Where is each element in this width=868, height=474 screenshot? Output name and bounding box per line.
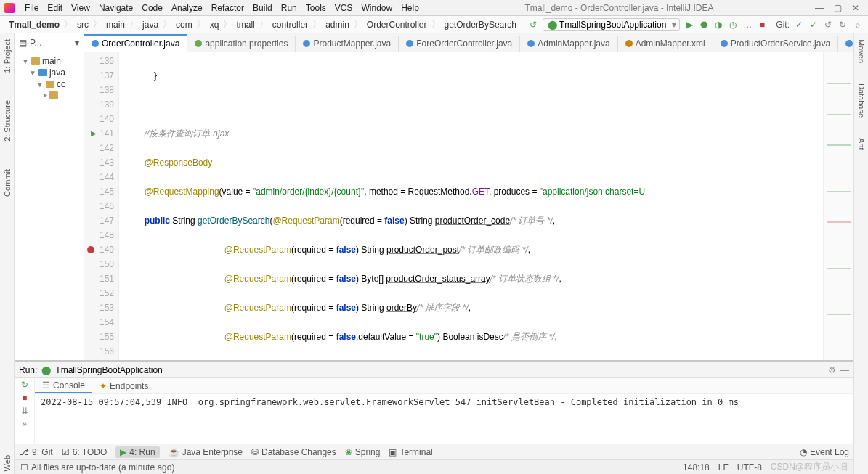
menu-edit[interactable]: Edit: [43, 1, 67, 15]
bottom-git[interactable]: ⎇9: Git: [19, 447, 53, 457]
tab-productmapper[interactable]: ProductMapper.java: [296, 36, 399, 52]
tab-ordercontroller[interactable]: OrderController.java: [84, 34, 187, 52]
tool-project[interactable]: 1: Project: [3, 36, 12, 75]
git-commit-icon[interactable]: ✓: [808, 20, 819, 30]
rerun-icon[interactable]: ↻: [21, 380, 28, 390]
bottom-run[interactable]: ▶4: Run: [115, 446, 159, 458]
project-tree[interactable]: ▼main ▼java ▼co ▸: [15, 52, 84, 102]
menu-file[interactable]: File: [20, 1, 43, 15]
maximize-icon[interactable]: ▢: [834, 3, 842, 13]
tree-node-sub[interactable]: ▸: [16, 90, 82, 99]
project-header[interactable]: ▤ P... ▾: [15, 33, 84, 52]
search-icon[interactable]: ⌕: [852, 20, 862, 30]
status-bar: ☐ All files are up-to-date (a minute ago…: [15, 459, 853, 474]
menu-window[interactable]: Window: [357, 1, 397, 15]
profile-icon[interactable]: ◷: [728, 20, 738, 30]
crumb-1[interactable]: src: [74, 20, 92, 30]
menu-run[interactable]: Run: [277, 1, 301, 15]
tab-adminmapper-xml[interactable]: AdminMapper.xml: [618, 36, 713, 52]
menu-build[interactable]: Build: [248, 1, 277, 15]
tool-web[interactable]: Web: [3, 452, 12, 474]
project-view-icon: ▤: [19, 38, 27, 48]
bottom-spring[interactable]: ❀Spring: [345, 447, 381, 457]
git-label: Git:: [776, 20, 790, 30]
tree-node-java[interactable]: ▼java: [16, 67, 82, 78]
menu-analyze[interactable]: Analyze: [167, 1, 207, 15]
crumb-9[interactable]: OrderController: [364, 20, 430, 30]
chevron-down-icon[interactable]: ▾: [75, 38, 79, 48]
debug-icon[interactable]: ⬣: [699, 20, 709, 30]
run-config-selector[interactable]: ⬤ TmallSpringBootApplication: [543, 18, 681, 31]
tool-commit[interactable]: Commit: [3, 166, 12, 200]
run-gutter-icon[interactable]: ▶: [91, 126, 97, 141]
code-content[interactable]: } //按条件查询订单-ajax @ResponseBody @RequestM…: [119, 52, 823, 360]
status-message: All files are up-to-date (a minute ago): [31, 462, 174, 473]
window-title: Tmall_demo - OrderController.java - Inte…: [423, 3, 815, 13]
run-icon[interactable]: ▶: [684, 20, 694, 30]
tab-adminmapper-java[interactable]: AdminMapper.java: [520, 36, 617, 52]
minimize-panel-icon[interactable]: —: [840, 365, 849, 375]
code-minimap[interactable]: [823, 52, 853, 360]
menu-tools[interactable]: Tools: [301, 1, 330, 15]
menu-bar: File Edit View Navigate Code Analyze Ref…: [0, 0, 868, 16]
run-panel-config[interactable]: TmallSpringBootApplication: [55, 365, 162, 375]
tree-node-main[interactable]: ▼main: [16, 55, 82, 67]
tool-database[interactable]: Database: [857, 81, 866, 120]
tab-overflow[interactable]: ProductOr: [838, 36, 853, 52]
coverage-icon[interactable]: ◑: [713, 20, 723, 30]
git-history-icon[interactable]: ↺: [823, 20, 833, 30]
code-editor[interactable]: 136 137 138 139 140 ▶141 142 143 144 145…: [84, 52, 853, 360]
git-update-icon[interactable]: ✓: [794, 20, 804, 30]
app-logo-icon: [4, 3, 15, 13]
crumb-0[interactable]: Tmall_demo: [6, 20, 62, 30]
run-tab-console[interactable]: ☰Console: [35, 379, 92, 393]
menu-view[interactable]: View: [67, 1, 94, 15]
breakpoint-icon[interactable]: [87, 246, 94, 253]
menu-vcs[interactable]: VCS: [330, 1, 357, 15]
window-controls: — ▢ ✕: [815, 3, 864, 13]
tab-foreordercontroller[interactable]: ForeOrderController.java: [399, 36, 520, 52]
tab-application-properties[interactable]: application.properties: [187, 36, 296, 52]
status-line-sep[interactable]: LF: [718, 462, 729, 473]
crumb-2[interactable]: main: [103, 20, 128, 30]
more-icon[interactable]: »: [22, 419, 27, 429]
tool-structure[interactable]: 2: Structure: [3, 97, 12, 144]
bottom-database-changes[interactable]: ⛁Database Changes: [251, 447, 336, 457]
build-icon[interactable]: ↺: [528, 20, 538, 30]
bottom-todo[interactable]: ☑6: TODO: [62, 447, 108, 457]
run-panel-label: Run:: [19, 365, 37, 375]
status-caret-pos[interactable]: 148:18: [683, 462, 710, 473]
tab-productorderservice[interactable]: ProductOrderService.java: [713, 36, 838, 52]
tool-maven[interactable]: Maven: [857, 36, 866, 66]
attach-icon[interactable]: …: [742, 20, 753, 30]
crumb-5[interactable]: xq: [207, 20, 222, 30]
bottom-event-log[interactable]: ◔Event Log: [800, 447, 849, 457]
minimize-icon[interactable]: —: [815, 3, 824, 13]
status-sync-icon: ☐: [20, 462, 28, 473]
left-tool-strip: 1: Project 2: Structure Commit Web: [0, 33, 15, 474]
crumb-4[interactable]: com: [173, 20, 195, 30]
menu-help[interactable]: Help: [397, 1, 423, 15]
crumb-6[interactable]: tmall: [233, 20, 257, 30]
tool-ant[interactable]: Ant: [857, 135, 866, 153]
crumb-10[interactable]: getOrderBySearch: [442, 20, 519, 30]
down-icon[interactable]: ⇊: [21, 406, 28, 416]
crumb-3[interactable]: java: [139, 20, 161, 30]
stop-run-icon[interactable]: ■: [22, 393, 27, 403]
crumb-8[interactable]: admin: [323, 20, 352, 30]
close-icon[interactable]: ✕: [852, 3, 859, 13]
bottom-java-enterprise[interactable]: ☕Java Enterprise: [169, 447, 243, 457]
status-encoding[interactable]: UTF-8: [737, 462, 762, 473]
git-revert-icon[interactable]: ↻: [837, 20, 848, 30]
run-tab-endpoints[interactable]: ✦Endpoints: [92, 380, 155, 393]
menu-navigate[interactable]: Navigate: [94, 1, 137, 15]
menu-refactor[interactable]: Refactor: [207, 1, 248, 15]
stop-icon[interactable]: ■: [757, 20, 767, 30]
line-gutter[interactable]: 136 137 138 139 140 ▶141 142 143 144 145…: [84, 52, 119, 360]
crumb-7[interactable]: controller: [269, 20, 311, 30]
bottom-terminal[interactable]: ▣Terminal: [389, 447, 432, 457]
gear-icon[interactable]: ⚙: [828, 365, 836, 375]
menu-code[interactable]: Code: [137, 1, 167, 15]
console-output[interactable]: 2022-08-15 09:57:04,539 INFO org.springf…: [35, 394, 853, 444]
tree-node-com[interactable]: ▼co: [16, 78, 82, 90]
